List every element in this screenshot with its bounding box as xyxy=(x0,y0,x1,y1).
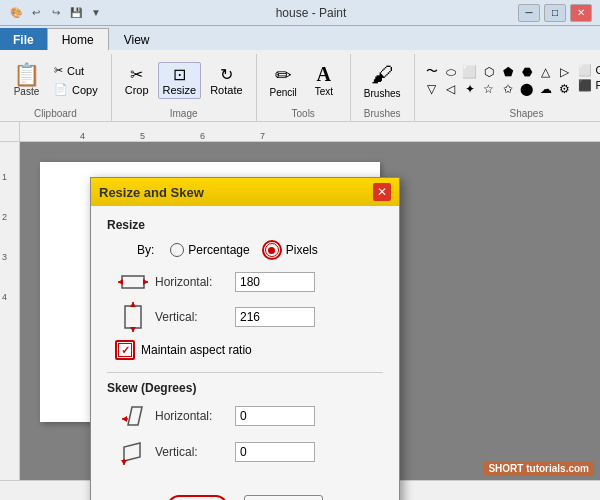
ruler-tick-v2: 2 xyxy=(2,212,7,222)
watermark: SHORT tutorials.com xyxy=(483,461,594,476)
paste-button[interactable]: 📋 Paste xyxy=(8,61,45,100)
copy-button[interactable]: 📄 Copy xyxy=(49,81,103,98)
paste-label: Paste xyxy=(14,86,40,97)
ribbon: 📋 Paste ✂ Cut 📄 Copy Clipboard ✂ Crop ⊡ xyxy=(0,50,600,122)
resize-button[interactable]: ⊡ Resize xyxy=(158,62,202,99)
ruler-corner xyxy=(0,122,20,142)
paste-icon: 📋 xyxy=(13,64,40,86)
fill-label: Fill xyxy=(596,79,600,91)
shape-tri-dn[interactable]: ▽ xyxy=(423,81,441,97)
svg-marker-4 xyxy=(143,279,148,285)
shape-hex2[interactable]: ⬣ xyxy=(518,64,536,80)
shape-tri-r[interactable]: ▷ xyxy=(556,64,574,80)
maintain-aspect-label: Maintain aspect ratio xyxy=(141,343,252,357)
resize-h-input[interactable] xyxy=(235,272,315,292)
redo-icon[interactable]: ↪ xyxy=(48,5,64,21)
shapes-grid: 〜 ⬭ ⬜ ⬡ ⬟ ⬣ △ ▷ ▽ ◁ ✦ ☆ ✩ ⬤ ☁ ⚙ xyxy=(423,64,574,97)
shape-star5[interactable]: ☆ xyxy=(480,81,498,97)
clipboard-btns: ✂ Cut 📄 Copy xyxy=(49,62,103,98)
cancel-button[interactable]: Cancel xyxy=(244,495,323,500)
app-icon: 🎨 xyxy=(8,5,24,21)
pencil-icon: ✏ xyxy=(275,63,292,87)
horizontal-resize-icon xyxy=(118,270,148,294)
outline-label: Outline xyxy=(596,64,600,76)
clipboard-label: Clipboard xyxy=(8,108,103,121)
image-label: Image xyxy=(120,108,248,121)
resize-v-icon xyxy=(115,302,151,332)
shape-ellipse[interactable]: ⬭ xyxy=(442,64,460,80)
rotate-button[interactable]: ↻ Rotate xyxy=(205,62,247,99)
svg-marker-13 xyxy=(124,443,140,461)
shape-rect[interactable]: ⬜ xyxy=(461,64,479,80)
ribbon-group-shapes: 〜 ⬭ ⬜ ⬡ ⬟ ⬣ △ ▷ ▽ ◁ ✦ ☆ ✩ ⬤ ☁ ⚙ xyxy=(419,54,600,121)
cut-button[interactable]: ✂ Cut xyxy=(49,62,103,79)
ruler-tick-v4: 4 xyxy=(2,292,7,302)
shape-wave[interactable]: 〜 xyxy=(423,64,441,80)
shape-misc[interactable]: ⚙ xyxy=(556,81,574,97)
dropdown-icon[interactable]: ▼ xyxy=(88,5,104,21)
shape-tri-l[interactable]: ◁ xyxy=(442,81,460,97)
maximize-button[interactable]: □ xyxy=(544,4,566,22)
skew-h-input[interactable] xyxy=(235,406,315,426)
skew-v-icon xyxy=(115,437,151,467)
brushes-group-label: Brushes xyxy=(359,108,406,121)
shape-pent[interactable]: ⬟ xyxy=(499,64,517,80)
copy-label: Copy xyxy=(72,84,98,96)
crop-icon: ✂ xyxy=(130,65,143,84)
shape-star4[interactable]: ✦ xyxy=(461,81,479,97)
shape-star6[interactable]: ✩ xyxy=(499,81,517,97)
shape-hex1[interactable]: ⬡ xyxy=(480,64,498,80)
text-button[interactable]: A Text xyxy=(306,60,342,100)
dialog-title-bar: Resize and Skew ✕ xyxy=(91,178,399,206)
dialog-close-button[interactable]: ✕ xyxy=(373,183,391,201)
maintain-aspect-ring: ✓ xyxy=(115,340,135,360)
resize-h-label: Horizontal: xyxy=(155,275,235,289)
dialog-footer: OK Cancel xyxy=(91,487,399,500)
skew-horizontal-row: Horizontal: xyxy=(107,403,383,429)
svg-rect-5 xyxy=(125,306,141,328)
skew-v-label: Vertical: xyxy=(155,445,235,459)
ribbon-group-brushes: 🖌 Brushes Brushes xyxy=(355,54,415,121)
checkmark-icon: ✓ xyxy=(121,344,130,357)
maintain-aspect-checkbox[interactable]: ✓ xyxy=(118,343,132,357)
shapes-right-options: ⬜ Outline ⬛ Fill xyxy=(578,64,600,97)
resize-v-input[interactable] xyxy=(235,307,315,327)
tab-view[interactable]: View xyxy=(109,28,165,50)
crop-button[interactable]: ✂ Crop xyxy=(120,62,154,99)
horizontal-skew-icon xyxy=(118,403,148,429)
save-icon[interactable]: 💾 xyxy=(68,5,84,21)
outline-option[interactable]: ⬜ Outline xyxy=(578,64,600,77)
pixels-radio[interactable]: Pixels xyxy=(262,240,318,260)
shape-cloud[interactable]: ☁ xyxy=(537,81,555,97)
fill-option[interactable]: ⬛ Fill xyxy=(578,79,600,92)
title-bar: 🎨 ↩ ↪ 💾 ▼ house - Paint ─ □ ✕ xyxy=(0,0,600,26)
percentage-radio-circle xyxy=(170,243,184,257)
skew-section-label: Skew (Degrees) xyxy=(107,381,383,395)
svg-marker-12 xyxy=(122,416,127,422)
resize-h-icon xyxy=(115,270,151,294)
brushes-button[interactable]: 🖌 Brushes xyxy=(359,59,406,102)
tab-file[interactable]: File xyxy=(0,28,47,50)
undo-icon[interactable]: ↩ xyxy=(28,5,44,21)
minimize-button[interactable]: ─ xyxy=(518,4,540,22)
section-divider xyxy=(107,372,383,373)
shape-circle[interactable]: ⬤ xyxy=(518,81,536,97)
ribbon-group-image: ✂ Crop ⊡ Resize ↻ Rotate Image xyxy=(116,54,257,121)
skew-v-input[interactable] xyxy=(235,442,315,462)
tools-items: ✏ Pencil A Text xyxy=(265,54,342,106)
tab-home[interactable]: Home xyxy=(47,28,109,50)
ok-button[interactable]: OK xyxy=(167,495,228,500)
shape-tri-up[interactable]: △ xyxy=(537,64,555,80)
svg-marker-15 xyxy=(121,460,127,465)
dialog-body: Resize By: Percentage Pixels xyxy=(91,206,399,487)
pencil-button[interactable]: ✏ Pencil xyxy=(265,60,302,101)
skew-h-label: Horizontal: xyxy=(155,409,235,423)
svg-marker-2 xyxy=(118,279,123,285)
resize-label: Resize xyxy=(163,84,197,96)
maintain-aspect-row[interactable]: ✓ Maintain aspect ratio xyxy=(107,340,383,360)
close-button[interactable]: ✕ xyxy=(570,4,592,22)
rotate-icon: ↻ xyxy=(220,65,233,84)
ribbon-tabs: File Home View xyxy=(0,26,600,50)
vertical-skew-icon xyxy=(118,437,148,467)
percentage-radio[interactable]: Percentage xyxy=(170,243,249,257)
